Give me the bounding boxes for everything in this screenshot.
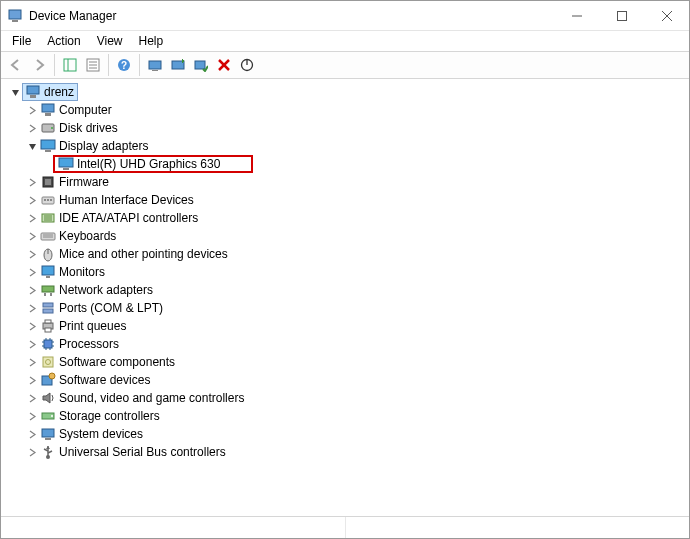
tree-item-network[interactable]: Network adapters (3, 281, 687, 299)
tree-item-label: Human Interface Devices (57, 193, 196, 207)
svg-rect-46 (42, 266, 54, 275)
network-icon (39, 282, 57, 298)
tree-item-ide[interactable]: IDE ATA/ATAPI controllers (3, 209, 687, 227)
tree-item-keyboards[interactable]: Keyboards (3, 227, 687, 245)
update-driver-button[interactable] (167, 54, 189, 76)
forward-button[interactable] (28, 54, 50, 76)
toolbar: ? (1, 51, 689, 79)
system-icon (39, 426, 57, 442)
show-hide-tree-button[interactable] (59, 54, 81, 76)
tree-item-intel-uhd-630[interactable]: Intel(R) UHD Graphics 630 (3, 155, 687, 173)
disk-icon (39, 120, 57, 136)
toolbar-separator (54, 54, 55, 76)
toolbar-separator (108, 54, 109, 76)
titlebar: Device Manager (1, 1, 689, 31)
close-button[interactable] (644, 1, 689, 30)
uninstall-device-button[interactable] (213, 54, 235, 76)
computer-icon (39, 102, 57, 118)
tree-item-sw-components[interactable]: Software components (3, 353, 687, 371)
svg-rect-21 (27, 86, 39, 94)
tree-item-usb[interactable]: Universal Serial Bus controllers (3, 443, 687, 461)
tree-item-ports[interactable]: Ports (COM & LPT) (3, 299, 687, 317)
chevron-right-icon[interactable] (25, 445, 39, 459)
menu-file[interactable]: File (5, 33, 38, 49)
tree-item-label: Print queues (57, 319, 128, 333)
svg-rect-54 (45, 320, 51, 323)
svg-rect-30 (63, 168, 69, 170)
back-button[interactable] (5, 54, 27, 76)
svg-rect-3 (617, 11, 626, 20)
chevron-right-icon[interactable] (25, 121, 39, 135)
svg-rect-71 (42, 429, 54, 437)
tree-item-print-queues[interactable]: Print queues (3, 317, 687, 335)
tree-item-system[interactable]: System devices (3, 425, 687, 443)
printer-icon (39, 318, 57, 334)
tree-item-label: Sound, video and game controllers (57, 391, 246, 405)
chevron-right-icon[interactable] (25, 247, 39, 261)
chevron-right-icon[interactable] (25, 265, 39, 279)
svg-rect-35 (47, 199, 49, 201)
chevron-right-icon[interactable] (25, 391, 39, 405)
menu-action[interactable]: Action (40, 33, 87, 49)
chevron-down-icon[interactable] (25, 139, 39, 153)
disable-device-button[interactable] (236, 54, 258, 76)
statusbar-cell (346, 517, 690, 538)
tree-item-storage[interactable]: Storage controllers (3, 407, 687, 425)
tree-item-hid[interactable]: Human Interface Devices (3, 191, 687, 209)
tree-root-label: drenz (42, 85, 76, 99)
tree-item-monitors[interactable]: Monitors (3, 263, 687, 281)
enable-device-button[interactable] (190, 54, 212, 76)
usb-icon (39, 444, 57, 460)
chevron-right-icon[interactable] (25, 355, 39, 369)
chevron-right-icon[interactable] (25, 373, 39, 387)
svg-point-70 (51, 415, 53, 417)
properties-button[interactable] (82, 54, 104, 76)
tree-item-label: IDE ATA/ATAPI controllers (57, 211, 200, 225)
tree-item-sound[interactable]: Sound, video and game controllers (3, 389, 687, 407)
tree-item-label: Mice and other pointing devices (57, 247, 230, 261)
svg-rect-15 (152, 70, 158, 71)
chevron-right-icon[interactable] (25, 193, 39, 207)
chevron-right-icon[interactable] (25, 409, 39, 423)
chevron-right-icon[interactable] (25, 301, 39, 315)
chevron-right-icon[interactable] (25, 283, 39, 297)
chevron-right-icon[interactable] (25, 427, 39, 441)
tree-item-label: Disk drives (57, 121, 120, 135)
menu-help[interactable]: Help (132, 33, 171, 49)
svg-rect-65 (43, 357, 53, 367)
minimize-button[interactable] (554, 1, 599, 30)
tree-item-computer[interactable]: Computer (3, 101, 687, 119)
tree-item-label: Network adapters (57, 283, 155, 297)
maximize-button[interactable] (599, 1, 644, 30)
tree-item-sw-devices[interactable]: Software devices (3, 371, 687, 389)
svg-rect-28 (45, 150, 51, 152)
chevron-right-icon[interactable] (25, 211, 39, 225)
tree-item-disk-drives[interactable]: Disk drives (3, 119, 687, 137)
tree-item-firmware[interactable]: Firmware (3, 173, 687, 191)
chevron-right-icon[interactable] (25, 319, 39, 333)
tree-root[interactable]: drenz (3, 83, 687, 101)
device-tree[interactable]: drenz ComputerDisk drivesDisplay adapter… (1, 79, 689, 516)
svg-rect-0 (9, 10, 21, 19)
svg-rect-47 (46, 276, 50, 278)
tree-item-label: Universal Serial Bus controllers (57, 445, 228, 459)
help-button[interactable]: ? (113, 54, 135, 76)
svg-point-68 (49, 373, 55, 379)
chevron-right-icon[interactable] (25, 103, 39, 117)
tree-item-processors[interactable]: Processors (3, 335, 687, 353)
menu-view[interactable]: View (90, 33, 130, 49)
svg-rect-56 (44, 340, 52, 348)
display-icon (39, 138, 57, 154)
scan-hardware-button[interactable] (144, 54, 166, 76)
svg-rect-27 (41, 140, 55, 149)
tree-item-display-adapters[interactable]: Display adapters (3, 137, 687, 155)
toolbar-separator (139, 54, 140, 76)
tree-item-label: Display adapters (57, 139, 150, 153)
tree-item-label: Keyboards (57, 229, 118, 243)
svg-rect-22 (30, 95, 36, 98)
chevron-right-icon[interactable] (25, 175, 39, 189)
chevron-right-icon[interactable] (25, 337, 39, 351)
chevron-down-icon[interactable] (8, 85, 22, 99)
tree-item-mice[interactable]: Mice and other pointing devices (3, 245, 687, 263)
chevron-right-icon[interactable] (25, 229, 39, 243)
